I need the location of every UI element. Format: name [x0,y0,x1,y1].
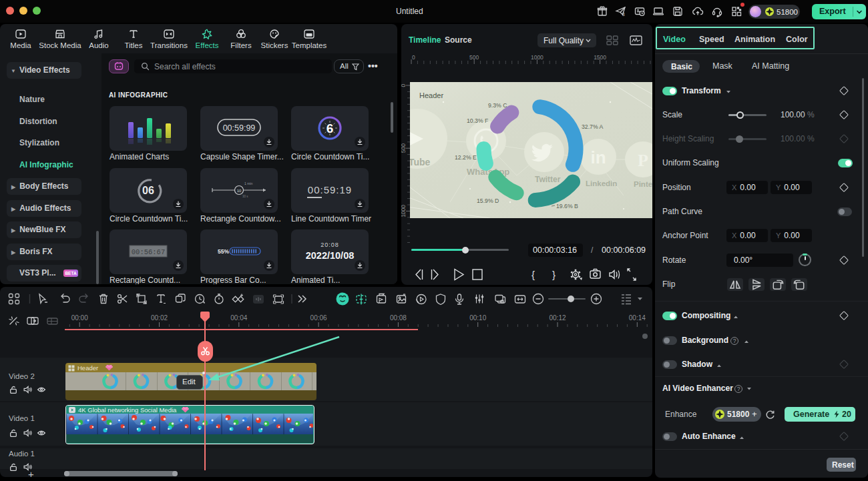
svg-text:Pinter: Pinter [634,180,652,188]
svg-text:55%: 55% [218,248,229,255]
svg-text:Header: Header [419,91,443,99]
svg-text:30 s: 30 s [242,195,248,198]
svg-text:00:56:67: 00:56:67 [132,248,165,256]
svg-text:6: 6 [327,121,334,135]
svg-text:00:59:19: 00:59:19 [308,184,352,195]
svg-text:{: { [531,269,535,280]
svg-text:10.3% F: 10.3% F [467,117,488,124]
svg-text:10: 10 [237,189,242,193]
svg-text:1000: 1000 [531,54,544,61]
svg-text:0: 0 [401,83,407,87]
svg-text:2022/10/08: 2022/10/08 [306,250,355,261]
svg-text:32.7% A: 32.7% A [582,123,604,130]
svg-text:0: 0 [412,54,415,61]
svg-text:1 min: 1 min [244,181,252,185]
svg-text:Linkedin: Linkedin [586,179,617,187]
svg-text:P: P [638,151,648,170]
svg-text:20:08: 20:08 [320,242,339,248]
svg-text:06: 06 [142,185,154,196]
svg-text:8: 8 [622,12,625,17]
svg-text:Twitter: Twitter [535,175,561,184]
svg-text:1500: 1500 [594,54,606,61]
svg-text:}: } [552,269,556,280]
svg-text:Tube: Tube [410,157,431,167]
svg-text:00:59:99: 00:59:99 [223,123,256,133]
svg-text:500: 500 [469,54,479,61]
svg-text:15.9% D: 15.9% D [477,197,499,204]
svg-text:12.2% E: 12.2% E [455,154,477,161]
svg-text:9.3% C: 9.3% C [488,102,507,109]
svg-text:19.6% B: 19.6% B [556,203,578,209]
svg-text:1000: 1000 [401,205,407,217]
svg-text:in: in [590,147,606,167]
svg-text:500: 500 [401,143,407,153]
